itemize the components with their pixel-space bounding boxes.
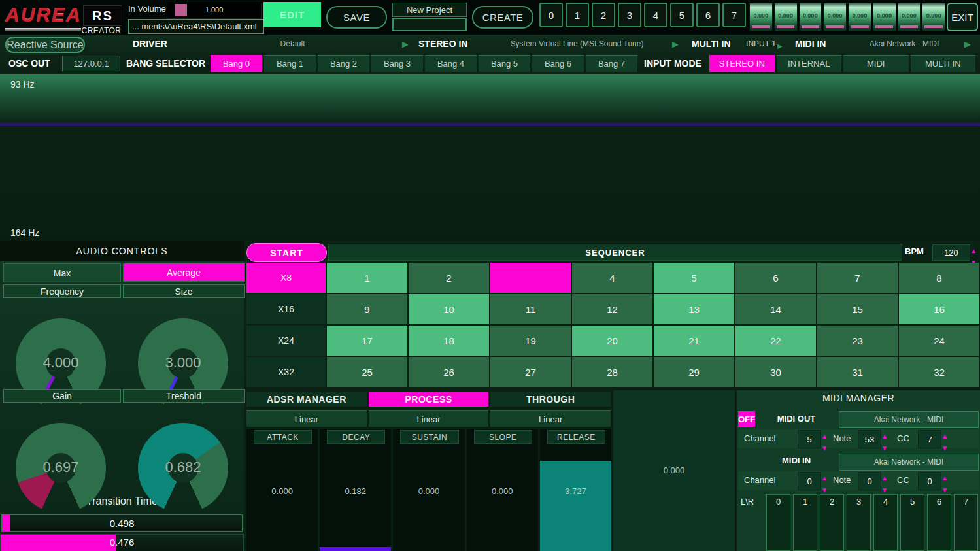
- preset-key-1[interactable]: 1: [566, 3, 589, 27]
- in-cc-value[interactable]: 0: [918, 472, 941, 490]
- out-note-value[interactable]: 53: [858, 430, 881, 448]
- in-note-up-icon[interactable]: [881, 471, 888, 483]
- preset-key-3[interactable]: 3: [618, 3, 641, 27]
- seq-step-10[interactable]: 10: [409, 294, 489, 324]
- seq-step-25[interactable]: 25: [327, 357, 407, 387]
- seq-step-4[interactable]: 4: [572, 263, 652, 293]
- seq-step-27[interactable]: 27: [490, 357, 571, 387]
- bang-meter-2[interactable]: 0.000: [799, 3, 822, 31]
- bang-meter-7[interactable]: 0.000: [922, 3, 945, 31]
- lr-column-7[interactable]: 7: [954, 494, 978, 551]
- seq-step-13[interactable]: 13: [654, 294, 734, 324]
- max-button[interactable]: Max: [3, 263, 121, 282]
- fader-slope[interactable]: SLOPE0.000: [467, 429, 538, 551]
- start-button[interactable]: START: [246, 243, 327, 262]
- preset-key-2[interactable]: 2: [592, 3, 615, 27]
- bang-button-2[interactable]: Bang 2: [318, 55, 369, 72]
- new-project-input[interactable]: [392, 18, 467, 31]
- bang-button-7[interactable]: Bang 7: [586, 55, 637, 72]
- save-button[interactable]: SAVE: [326, 6, 387, 29]
- bang-button-1[interactable]: Bang 1: [264, 55, 316, 72]
- seq-step-8[interactable]: 8: [899, 263, 979, 293]
- seq-step-26[interactable]: 26: [409, 357, 489, 387]
- input-mode-internal[interactable]: INTERNAL: [777, 55, 842, 72]
- out-cc-up-icon[interactable]: [941, 429, 948, 441]
- seq-step-1[interactable]: 1: [327, 263, 407, 293]
- out-channel-down-icon[interactable]: [821, 441, 828, 453]
- transition-bar-2[interactable]: 0.476: [0, 534, 244, 551]
- in-channel-down-icon[interactable]: [821, 483, 828, 495]
- fader-decay[interactable]: DECAY0.182: [320, 429, 391, 551]
- seq-step-28[interactable]: 28: [572, 357, 652, 387]
- midi-out-off-toggle[interactable]: OFF: [738, 411, 755, 427]
- seq-step-30[interactable]: 30: [735, 357, 816, 387]
- midi-in-device-selector[interactable]: Akai Network - MIDI: [839, 454, 979, 471]
- seq-step-24[interactable]: 24: [899, 326, 979, 356]
- out-channel-value[interactable]: 5: [798, 430, 821, 448]
- lr-column-6[interactable]: 6: [927, 494, 951, 551]
- seq-step-5[interactable]: 5: [654, 263, 734, 293]
- stereo-in-next-icon[interactable]: [672, 38, 679, 50]
- seq-step-18[interactable]: 18: [409, 326, 489, 356]
- seq-step-9[interactable]: 9: [327, 294, 407, 324]
- in-channel-value[interactable]: 0: [798, 472, 821, 490]
- bang-meter-4[interactable]: 0.000: [848, 3, 871, 31]
- out-channel-up-icon[interactable]: [821, 429, 828, 441]
- output-meter[interactable]: 0.000: [613, 390, 735, 551]
- lr-column-0[interactable]: 0: [766, 494, 790, 551]
- seq-step-6[interactable]: 6: [735, 263, 816, 293]
- bang-button-4[interactable]: Bang 4: [425, 55, 477, 72]
- seq-step-20[interactable]: 20: [572, 326, 652, 356]
- fader-sustain[interactable]: SUSTAIN0.000: [393, 429, 464, 551]
- adsr-manager-button[interactable]: ADSR MANAGER: [246, 392, 367, 407]
- out-note-down-icon[interactable]: [881, 441, 888, 453]
- input-mode-midi[interactable]: MIDI: [843, 55, 909, 72]
- fader-attack[interactable]: ATTACK0.000: [246, 429, 318, 551]
- project-path-field[interactable]: ... ments\AuRea4\RS\Default.xml: [128, 19, 264, 34]
- in-cc-up-icon[interactable]: [941, 471, 948, 483]
- seq-step-3[interactable]: [490, 263, 571, 293]
- seq-step-2[interactable]: 2: [409, 263, 489, 293]
- in-cc-down-icon[interactable]: [941, 483, 948, 495]
- edit-button[interactable]: EDIT: [263, 2, 321, 27]
- bpm-up-icon[interactable]: [970, 244, 977, 256]
- seq-step-16[interactable]: 16: [899, 294, 979, 324]
- seq-step-23[interactable]: 23: [817, 326, 898, 356]
- bang-button-5[interactable]: Bang 5: [479, 55, 530, 72]
- bpm-value[interactable]: 120: [932, 244, 970, 261]
- lr-column-2[interactable]: 2: [820, 494, 844, 551]
- seq-row-label-x24[interactable]: X24: [246, 326, 326, 356]
- seq-step-7[interactable]: 7: [817, 263, 898, 293]
- transition-bar-1[interactable]: 0.498: [1, 514, 243, 532]
- input-mode-multi-in[interactable]: MULTI IN: [911, 55, 976, 72]
- bang-meter-6[interactable]: 0.000: [898, 3, 921, 31]
- out-cc-value[interactable]: 7: [918, 430, 941, 448]
- curve-select-0[interactable]: Linear: [246, 410, 367, 427]
- seq-step-31[interactable]: 31: [817, 357, 898, 387]
- process-button[interactable]: PROCESS: [369, 392, 489, 407]
- preset-key-7[interactable]: 7: [722, 3, 746, 27]
- create-button[interactable]: CREATE: [472, 6, 533, 29]
- seq-step-12[interactable]: 12: [572, 294, 652, 324]
- multi-in-next-icon[interactable]: [777, 39, 783, 51]
- knob-gain[interactable]: 0.697: [16, 423, 106, 513]
- bang-button-0[interactable]: Bang 0: [211, 55, 262, 72]
- bang-meter-5[interactable]: 0.000: [873, 3, 896, 31]
- out-cc-down-icon[interactable]: [941, 441, 948, 453]
- osc-out-address[interactable]: 127.0.0.1: [62, 56, 120, 71]
- seq-step-11[interactable]: 11: [490, 294, 571, 324]
- lr-column-4[interactable]: 4: [873, 494, 898, 551]
- preset-key-0[interactable]: 0: [539, 3, 563, 27]
- bang-meter-1[interactable]: 0.000: [774, 3, 798, 31]
- curve-select-1[interactable]: Linear: [369, 410, 489, 427]
- fader-release[interactable]: RELEASE3.727: [540, 429, 611, 551]
- in-note-value[interactable]: 0: [858, 472, 881, 490]
- seq-step-29[interactable]: 29: [654, 357, 734, 387]
- out-note-up-icon[interactable]: [881, 429, 888, 441]
- through-button[interactable]: THROUGH: [490, 392, 611, 407]
- preset-key-4[interactable]: 4: [644, 3, 667, 27]
- seq-step-22[interactable]: 22: [735, 326, 816, 356]
- bang-meter-0[interactable]: 0.000: [749, 3, 773, 31]
- seq-step-21[interactable]: 21: [654, 326, 734, 356]
- in-volume-slider[interactable]: 1.000: [167, 3, 262, 19]
